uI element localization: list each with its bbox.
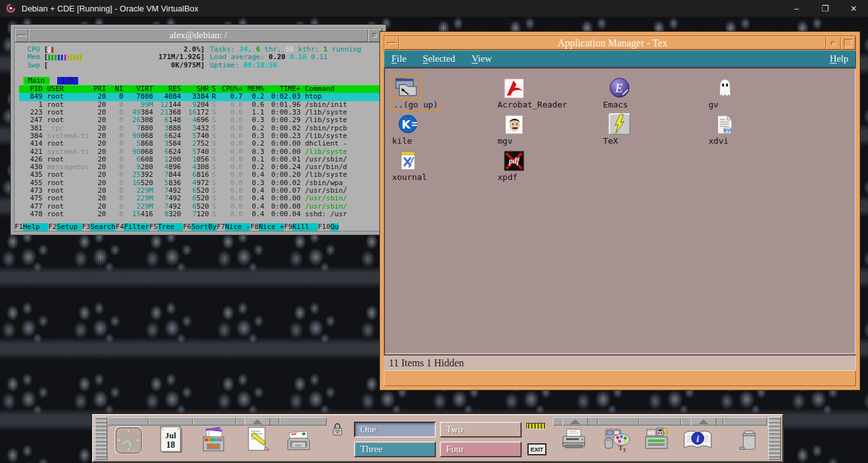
restore-button[interactable]: ❐ <box>811 0 839 17</box>
svg-text:i: i <box>696 434 699 444</box>
application-manager-window: Application Manager - Tex FileSelectedVi… <box>380 32 860 390</box>
fkey-f2[interactable]: F2 <box>48 223 57 231</box>
panel-calendar-button[interactable]: Jul18 <box>156 424 187 456</box>
htop-tab-main[interactable]: Main <box>24 77 50 85</box>
xpdf-icon: pdf <box>503 150 525 172</box>
menu-file[interactable]: File <box>391 53 406 64</box>
fkey-label-f2[interactable]: Setup <box>57 223 82 231</box>
fkey-f3[interactable]: F3 <box>82 223 90 231</box>
htop-meter-line: Swp[0K/975M]Uptime: 00:18:56 <box>19 62 382 69</box>
process-row-475[interactable]: 475root200229M74926520S0.00.40:00.00/usr… <box>19 195 382 202</box>
folder-up-icon <box>393 75 419 98</box>
workspace-button-one[interactable]: One <box>354 422 436 438</box>
mgv-icon <box>504 114 524 135</box>
panel-style-manager-button[interactable]: TT <box>600 424 632 456</box>
app-item-label: ..(go up) <box>390 99 441 111</box>
app-item-acrobat-reader[interactable]: Acrobat_Reader <box>496 75 601 111</box>
fkey-label-f1[interactable]: Help <box>23 223 48 231</box>
file-manager-icon <box>199 425 228 455</box>
xdvi-icon: DVI <box>715 114 735 135</box>
minimize-button[interactable]: – <box>782 0 811 17</box>
host-window-title: Debian + CDE [Running] - Oracle VM Virtu… <box>22 4 198 13</box>
app-item-kile[interactable]: Kkile <box>390 111 496 148</box>
fkey-label-f6[interactable]: SortBy <box>191 223 217 231</box>
process-row-478[interactable]: 478root2001541683207120S0.00.40:00.04ssh… <box>19 211 382 218</box>
app-item-label: xpdf <box>496 172 519 183</box>
app-item-label: gv <box>707 99 721 110</box>
panel-clock-button[interactable] <box>112 424 144 456</box>
app-item-go-up[interactable]: ..(go up) <box>390 75 496 111</box>
htop-tabs: MainI/O <box>19 77 382 85</box>
fkey-f4[interactable]: F4 <box>116 223 124 231</box>
appmgr-icon-grid: ..(go up)Acrobat_ReaderEEmacsgvKkilemgvT… <box>390 75 850 184</box>
fkey-label-f7[interactable]: Nice - <box>225 223 250 231</box>
panel-file-manager-button[interactable] <box>198 424 229 456</box>
fkey-f8[interactable]: F8 <box>250 223 259 231</box>
process-row-421[interactable]: 421systemd-ti2009006866245740S0.00.30:00… <box>19 148 382 156</box>
fkey-label-f5[interactable]: Tree <box>158 223 183 231</box>
column-command[interactable]: Command <box>301 85 382 93</box>
app-item-xournal[interactable]: xournal <box>390 148 496 184</box>
menu-help[interactable]: Help <box>830 53 848 64</box>
fkey-f9[interactable]: F9 <box>284 223 292 231</box>
app-item-gv[interactable]: gv <box>707 75 812 111</box>
appmgr-titlebar[interactable]: Application Manager - Tex <box>384 36 856 50</box>
app-item-mgv[interactable]: mgv <box>496 111 601 148</box>
panel-grip-left[interactable] <box>95 417 107 460</box>
fkey-f1[interactable]: F1 <box>15 223 23 231</box>
close-button[interactable]: ✕ <box>839 0 868 17</box>
terminal-titlebar[interactable]: alex@debian: / <box>14 28 383 43</box>
panel-trash-button[interactable] <box>733 424 764 456</box>
panel-text-editor-button[interactable] <box>241 424 273 456</box>
lock-icon[interactable] <box>331 421 344 440</box>
panel-applications-button[interactable] <box>641 424 672 456</box>
fkey-label-f8[interactable]: Nice + <box>259 223 284 231</box>
svg-text:K: K <box>402 118 411 131</box>
emacs-icon: E <box>608 76 631 99</box>
app-item-xpdf[interactable]: pdfxpdf <box>496 148 601 184</box>
app-item-label: mgv <box>496 135 514 146</box>
app-item-emacs[interactable]: EEmacs <box>601 75 707 111</box>
process-row-247[interactable]: 247root2002630861484696S0.00.30:00.29/li… <box>19 116 382 124</box>
menu-selected[interactable]: Selected <box>423 53 455 64</box>
minimize-button[interactable] <box>826 36 841 50</box>
workspace-button-four[interactable]: Four <box>440 441 522 457</box>
app-item-label: TeX <box>601 135 620 146</box>
fkey-label-f3[interactable]: Search <box>90 223 116 231</box>
process-row-414[interactable]: 414root200586835842752S0.00.20:00.00dhcl… <box>19 140 382 148</box>
app-item-xdvi[interactable]: DVIxdvi <box>707 111 812 148</box>
app-item-tex[interactable]: TeX <box>601 111 707 148</box>
clock-icon <box>114 425 143 455</box>
terminal-window: alex@debian: / CPU[2.0%]Tasks: 34, 6 thr… <box>11 25 386 235</box>
maximize-button[interactable] <box>841 36 855 50</box>
panel-help-viewer-button[interactable]: i <box>682 424 714 456</box>
process-row-849[interactable]: 849root200780840843384R0.70.20:02.03htop <box>19 93 382 100</box>
panel-grip-right[interactable] <box>768 417 781 460</box>
fkey-label-f9[interactable]: Kill <box>292 223 318 231</box>
workspace-button-three[interactable]: Three <box>354 441 436 457</box>
fkey-f7[interactable]: F7 <box>217 223 225 231</box>
process-row-435[interactable]: 435root2002539278446816S0.00.40:00.20/li… <box>19 171 382 179</box>
htop-tab-io[interactable]: I/O <box>57 77 79 85</box>
panel-mail-button[interactable]: MAIL <box>283 424 315 456</box>
htop-meters: CPU[2.0%]Tasks: 34, 6 thr, 56 kthr; 1 ru… <box>19 46 382 69</box>
fkey-f10[interactable]: F10 <box>318 223 330 231</box>
fkey-f5[interactable]: F5 <box>149 223 158 231</box>
workspace-button-two[interactable]: Two <box>440 422 522 438</box>
htop-meter-line: Mem[171M/1.92G]Load average: 0.20 0.16 0… <box>19 53 382 61</box>
window-menu-button[interactable] <box>15 29 29 42</box>
panel-printer-button[interactable] <box>558 424 590 456</box>
window-menu-button[interactable] <box>384 36 399 50</box>
kile-icon: K <box>397 113 420 135</box>
svg-text:Jul: Jul <box>165 431 177 440</box>
fkey-f6[interactable]: F6 <box>183 223 191 231</box>
svg-text:E: E <box>614 81 623 95</box>
exit-button[interactable]: EXIT <box>527 443 546 455</box>
ghost-icon <box>715 78 735 99</box>
svg-text:pdf: pdf <box>508 156 520 165</box>
trash-icon <box>738 427 759 453</box>
fkey-label-f4[interactable]: Filter <box>124 223 149 231</box>
printer-icon <box>559 425 588 455</box>
fkey-label-f10[interactable]: Qu <box>330 223 339 231</box>
menu-view[interactable]: View <box>471 53 492 64</box>
